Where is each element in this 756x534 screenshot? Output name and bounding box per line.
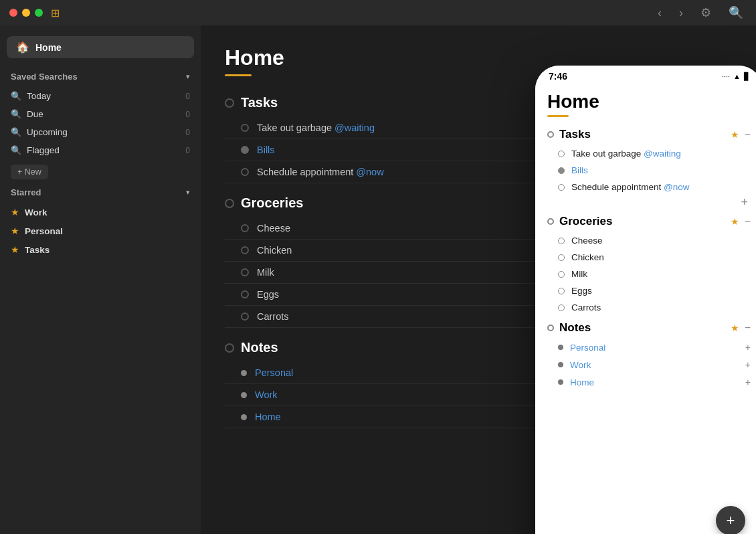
phone-note-link-work[interactable]: Work [570, 360, 591, 370]
task-text-cheese: Cheese [257, 223, 290, 234]
phone-task-text-chicken: Chicken [571, 252, 604, 262]
saved-searches-header[interactable]: Saved Searches ▾ [0, 69, 201, 84]
phone-note-dot-work [558, 362, 563, 367]
phone-task-circle-bills [558, 167, 565, 174]
search-button[interactable]: 🔍 [725, 4, 747, 21]
note-link-personal[interactable]: Personal [255, 367, 293, 378]
close-button[interactable] [9, 9, 17, 17]
sidebar-item-tasks[interactable]: ★ Tasks [0, 240, 201, 259]
phone-tasks-add[interactable]: + [547, 195, 751, 209]
sidebar-item-personal[interactable]: ★ Personal [0, 221, 201, 240]
upcoming-count: 0 [185, 128, 190, 137]
work-label: Work [25, 207, 48, 217]
tag-now: @now [356, 167, 383, 177]
task-circle-bills [241, 146, 249, 154]
saved-searches-title: Saved Searches [11, 72, 78, 82]
phone-note-work[interactable]: Work + [547, 356, 751, 373]
phone-tasks-minus[interactable]: − [745, 128, 751, 141]
back-button[interactable]: ‹ [654, 5, 665, 21]
phone-note-dot-personal [558, 345, 563, 350]
phone-task-text-schedule: Schedule appointment @now [571, 182, 690, 192]
personal-label: Personal [25, 226, 63, 236]
note-dot-home [241, 414, 247, 420]
note-link-work[interactable]: Work [255, 389, 278, 400]
task-text-schedule: Schedule appointment @now [257, 167, 384, 177]
phone-groceries-header: Groceries ★ − [547, 215, 751, 228]
sidebar-item-due[interactable]: 🔍 Due 0 [0, 105, 201, 123]
saved-searches-chevron: ▾ [186, 72, 190, 81]
task-text-milk: Milk [257, 267, 274, 278]
notes-section-circle [225, 343, 234, 353]
minimize-button[interactable] [22, 9, 30, 17]
task-link-bills[interactable]: Bills [257, 145, 275, 155]
phone-task-circle-eggs [558, 288, 565, 294]
new-button[interactable]: + New [11, 165, 48, 179]
phone-task-cheese: Cheese [547, 232, 751, 249]
task-circle-chicken [241, 246, 249, 254]
phone-task-text-cheese: Cheese [571, 236, 603, 246]
sidebar-item-home[interactable]: 🏠 Home [7, 36, 194, 58]
phone-note-dot-home [558, 379, 563, 385]
phone-tasks-title: Tasks [559, 128, 731, 141]
phone-note-personal[interactable]: Personal + [547, 339, 751, 356]
starred-header[interactable]: Starred ▾ [0, 185, 201, 200]
phone-task-schedule: Schedule appointment @now [547, 179, 751, 195]
phone-notes-minus[interactable]: − [745, 322, 751, 334]
phone-groceries-star[interactable]: ★ [731, 216, 739, 227]
phone-fab-button[interactable]: + [716, 506, 745, 534]
sidebar-item-flagged[interactable]: 🔍 Flagged 0 [0, 141, 201, 159]
phone-note-link-personal[interactable]: Personal [570, 343, 605, 353]
task-circle-milk [241, 268, 249, 276]
phone-fab-container: + [535, 526, 756, 534]
tasks-label: Tasks [25, 245, 50, 255]
saved-searches-section: Saved Searches ▾ 🔍 Today 0 🔍 Due 0 🔍 Upc… [0, 69, 201, 179]
phone-tasks-header: Tasks ★ − [547, 128, 751, 141]
star-icon-work: ★ [11, 207, 19, 217]
phone-tasks-star[interactable]: ★ [731, 129, 739, 140]
phone-task-bills[interactable]: Bills [547, 162, 751, 179]
search-icon-flagged: 🔍 [11, 145, 21, 155]
phone-groceries-actions: ★ − [731, 215, 751, 228]
phone-groceries-circle [547, 218, 554, 225]
phone-task-circle-chicken [558, 254, 565, 261]
phone-tasks-actions: ★ − [731, 128, 751, 141]
traffic-lights [9, 9, 43, 17]
tasks-section-title: Tasks [241, 95, 278, 110]
task-text-eggs: Eggs [257, 289, 279, 300]
note-link-home[interactable]: Home [255, 412, 281, 422]
phone-groceries-minus[interactable]: − [745, 215, 751, 228]
sidebar-item-today[interactable]: 🔍 Today 0 [0, 87, 201, 105]
sidebar-item-work[interactable]: ★ Work [0, 203, 201, 221]
phone-icons: ···· ▲ ▊ [722, 72, 749, 81]
phone-task-link-bills[interactable]: Bills [571, 165, 588, 175]
task-text-garbage: Take out garbage @waiting [257, 122, 375, 133]
maximize-button[interactable] [35, 9, 43, 17]
titlebar-nav: ‹ › ⚙ 🔍 [654, 4, 747, 21]
phone-task-circle-carrots [558, 304, 565, 311]
phone-notes-title: Notes [559, 321, 731, 335]
phone-notes-home-plus[interactable]: + [745, 377, 751, 387]
phone-note-home[interactable]: Home + [547, 373, 751, 391]
phone-notes-personal-plus[interactable]: + [745, 342, 751, 353]
phone-mockup: 7:46 ···· ▲ ▊ Home Tasks ★ − [535, 66, 756, 534]
sidebar-home-label: Home [35, 42, 62, 53]
forward-button[interactable]: › [676, 5, 686, 21]
upcoming-label: Upcoming [27, 127, 185, 137]
note-dot-work [241, 392, 247, 398]
sidebar-toggle-icon[interactable]: ⊞ [51, 7, 60, 19]
groceries-section-title: Groceries [241, 195, 303, 211]
phone-notes-work-plus[interactable]: + [745, 359, 751, 370]
notes-section-title: Notes [241, 340, 278, 355]
phone-note-link-home[interactable]: Home [570, 377, 594, 387]
sidebar-item-upcoming[interactable]: 🔍 Upcoming 0 [0, 123, 201, 141]
groceries-section-circle [225, 199, 234, 208]
tag-waiting: @waiting [335, 122, 375, 133]
tasks-section-circle [225, 98, 234, 108]
settings-button[interactable]: ⚙ [697, 4, 715, 21]
phone-task-garbage: Take out garbage @waiting [547, 145, 751, 162]
new-button-label: + New [17, 167, 41, 177]
phone-time: 7:46 [549, 71, 567, 82]
flagged-label: Flagged [27, 145, 185, 155]
phone-notes-star[interactable]: ★ [731, 323, 739, 333]
content-title-underline [225, 74, 252, 76]
